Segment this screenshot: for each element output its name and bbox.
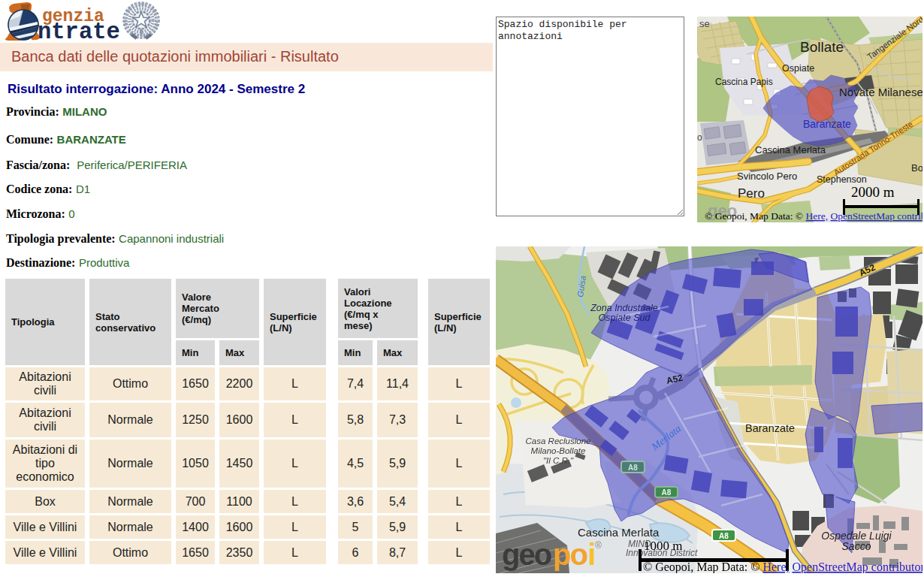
svg-text:geo: geo bbox=[502, 538, 551, 571]
svg-text:Baranzate: Baranzate bbox=[803, 118, 851, 130]
svg-text:Svincolo Pero: Svincolo Pero bbox=[737, 171, 797, 182]
svg-text:A8: A8 bbox=[662, 488, 672, 497]
svg-text:Ospiate Sud: Ospiate Sud bbox=[599, 313, 651, 323]
svg-text:Ospiate: Ospiate bbox=[782, 63, 814, 74]
svg-text:Cascina Merlata: Cascina Merlata bbox=[755, 144, 826, 156]
svg-text:1000 m: 1000 m bbox=[644, 539, 682, 553]
svg-text:i: i bbox=[587, 538, 594, 571]
svg-text:2000 m: 2000 m bbox=[851, 184, 895, 200]
svg-text:"Il C.R.": "Il C.R." bbox=[543, 456, 574, 465]
svg-text:Casa Reclusione: Casa Reclusione bbox=[526, 436, 591, 446]
svg-text:Zona Industriale: Zona Industriale bbox=[590, 303, 658, 313]
svg-text:Cascina Merlata: Cascina Merlata bbox=[578, 526, 660, 539]
svg-text:Baranzate: Baranzate bbox=[745, 422, 795, 434]
svg-text:Milano-Bollate: Milano-Bollate bbox=[531, 446, 586, 455]
svg-text:A8: A8 bbox=[628, 464, 638, 472]
svg-text:Bovi: Bovi bbox=[911, 162, 922, 174]
svg-text:o: o bbox=[697, 132, 702, 143]
svg-text:© Geopoi, Map Data: © Here, Op: © Geopoi, Map Data: © Here, OpenStreetMa… bbox=[643, 560, 922, 573]
svg-text:ntrate: ntrate bbox=[38, 20, 120, 43]
svg-text:Novate Milanese: Novate Milanese bbox=[839, 86, 922, 98]
svg-text:Sacco: Sacco bbox=[842, 540, 871, 552]
svg-text:po: po bbox=[553, 538, 587, 571]
svg-text:© Geopoi, Map Data: © Here, Op: © Geopoi, Map Data: © Here, OpenStreetMa… bbox=[705, 210, 922, 222]
svg-text:Cascina Papis: Cascina Papis bbox=[715, 77, 773, 87]
svg-text:Bollate: Bollate bbox=[800, 39, 844, 55]
svg-text:Stephenson: Stephenson bbox=[817, 174, 867, 185]
svg-text:A8: A8 bbox=[719, 532, 729, 540]
svg-text:Pero: Pero bbox=[738, 186, 765, 201]
svg-text:se: se bbox=[699, 18, 710, 29]
